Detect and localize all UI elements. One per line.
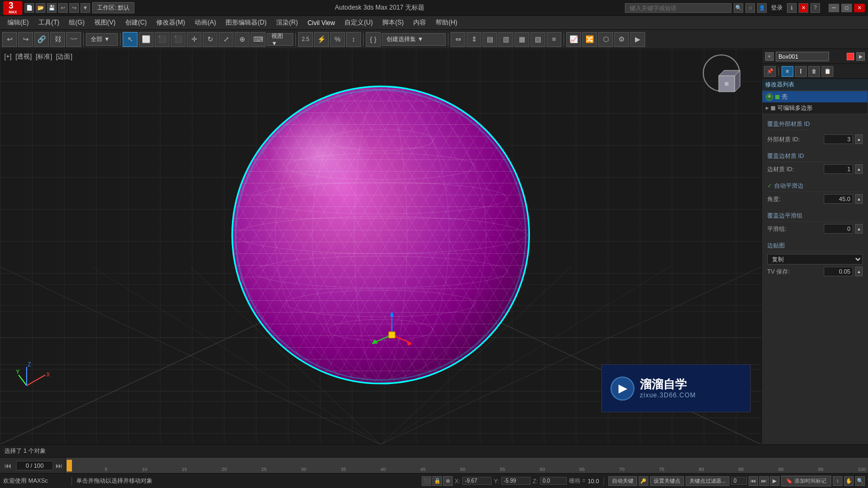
- maximize-button[interactable]: □: [841, 4, 852, 12]
- quick-render[interactable]: ▶: [630, 32, 645, 47]
- menu-civil-view[interactable]: Civil View: [303, 18, 340, 28]
- timeline-scrubber[interactable]: 0 5 10 15 20 25 30 35 40 45 50 55 60 65 …: [65, 458, 868, 473]
- render-setup[interactable]: ⚙: [614, 32, 629, 47]
- selection-filter-dropdown[interactable]: 全部 ▼: [86, 33, 118, 46]
- search-input[interactable]: [625, 3, 732, 13]
- smooth-group-spinner[interactable]: ▲: [855, 224, 863, 234]
- add-time-tag-btn[interactable]: 🔖 添加时间标记: [781, 476, 831, 486]
- rotate-tool[interactable]: ↻: [203, 32, 218, 47]
- expand-panel-icon[interactable]: ▶: [856, 52, 865, 61]
- workspace-selector[interactable]: 工作区: 默认: [92, 2, 134, 13]
- close-button[interactable]: ✕: [854, 4, 865, 12]
- select-region-fence[interactable]: ⬛: [171, 32, 186, 47]
- align-view[interactable]: ▤: [483, 32, 497, 47]
- open-icon[interactable]: 📂: [36, 3, 45, 13]
- align-tool[interactable]: ⇕: [467, 32, 481, 47]
- zoom-mode-icon[interactable]: 🔍: [855, 476, 865, 486]
- menu-view[interactable]: 视图(V): [90, 17, 120, 28]
- bookmark-icon[interactable]: ☆: [745, 3, 755, 13]
- copy-modifier-btn[interactable]: 📋: [822, 66, 833, 77]
- unlink-btn[interactable]: ⛓: [50, 32, 65, 47]
- viewport-3d[interactable]: [+] [透视] [标准] [边面]: [0, 49, 761, 444]
- normal-align[interactable]: ▥: [499, 32, 513, 47]
- coord-lock-icon[interactable]: ⬛: [422, 476, 431, 486]
- more-icon[interactable]: ▼: [81, 3, 90, 13]
- layer-manager[interactable]: ≡: [546, 32, 561, 47]
- angle-snap[interactable]: ⚡: [314, 32, 329, 47]
- move-mode-icon[interactable]: ↕: [833, 476, 842, 486]
- z-coord-input[interactable]: [540, 477, 567, 485]
- menu-tools[interactable]: 工具(T): [34, 17, 63, 28]
- coord-mode-icon[interactable]: 🔒: [432, 476, 442, 486]
- sphere-object[interactable]: [231, 85, 530, 384]
- link-btn[interactable]: 🔗: [34, 32, 49, 47]
- menu-create[interactable]: 创建(C): [121, 17, 151, 28]
- menu-custom[interactable]: 自定义(U): [340, 17, 377, 28]
- menu-animate[interactable]: 动画(A): [190, 17, 220, 28]
- material-editor[interactable]: ⬡: [598, 32, 613, 47]
- place-highlight[interactable]: ▦: [515, 32, 529, 47]
- key-filter-btn[interactable]: 关键点过滤器...: [686, 476, 729, 486]
- search-icon[interactable]: 🔍: [734, 3, 743, 13]
- close-app-icon[interactable]: ✕: [799, 3, 808, 13]
- y-coord-input[interactable]: [501, 477, 531, 485]
- modifier-stack-btn[interactable]: I: [795, 66, 807, 77]
- vp-edge-label[interactable]: [边面]: [56, 53, 73, 60]
- redo-btn[interactable]: ↪: [18, 32, 33, 47]
- outer-mat-spinner-up[interactable]: ▲: [855, 134, 863, 144]
- edit-named-selections[interactable]: { }: [366, 32, 381, 47]
- set-key-icon[interactable]: 🔑: [639, 476, 648, 486]
- select-region-circ[interactable]: ⬛: [155, 32, 170, 47]
- schematic-view[interactable]: 🔀: [582, 32, 597, 47]
- select-move-uniform[interactable]: ⤢: [219, 32, 234, 47]
- user-icon[interactable]: 👤: [757, 3, 767, 13]
- menu-script[interactable]: 脚本(S): [378, 17, 408, 28]
- edge-map-dropdown[interactable]: 复制: [767, 254, 863, 265]
- mirror-tool[interactable]: ⇔: [451, 32, 465, 47]
- add-modifier-icon[interactable]: +: [765, 52, 774, 61]
- nav-cube[interactable]: 前: [708, 60, 745, 97]
- redo-icon[interactable]: ↪: [69, 3, 79, 13]
- tv-value[interactable]: 0.05: [824, 267, 853, 276]
- info-icon[interactable]: ℹ: [787, 3, 797, 13]
- play-next-btn[interactable]: ⏭: [53, 460, 65, 471]
- menu-render[interactable]: 渲染(R): [272, 17, 302, 28]
- select-region-rect[interactable]: ⬜: [139, 32, 154, 47]
- pin-btn[interactable]: 📌: [764, 66, 776, 77]
- use-pivot[interactable]: ⊕: [235, 32, 250, 47]
- visibility-icon-shell[interactable]: 👁: [766, 93, 773, 101]
- vp-plus-icon[interactable]: [+]: [4, 53, 12, 60]
- menu-modifier[interactable]: 修改器(M): [152, 17, 189, 28]
- object-name-input[interactable]: [776, 52, 829, 61]
- outer-mat-value[interactable]: 3: [824, 134, 853, 144]
- view-dropdown[interactable]: 视图 ▼: [267, 33, 293, 46]
- set-key-btn[interactable]: 设置关键点: [650, 476, 684, 486]
- angle-value[interactable]: 45.0: [824, 194, 853, 204]
- x-coord-input[interactable]: [462, 477, 492, 485]
- spinner-snap[interactable]: ↕: [346, 32, 361, 47]
- keyboard-shortcut[interactable]: ⌨: [251, 32, 266, 47]
- percent-snap[interactable]: %: [330, 32, 345, 47]
- snap-2d[interactable]: 2.5: [298, 32, 313, 47]
- named-selection-dropdown[interactable]: 创建选择集 ▼: [382, 33, 446, 46]
- play-prev-btn[interactable]: ⏮: [2, 460, 14, 471]
- undo-icon[interactable]: ↩: [58, 3, 68, 13]
- modifier-shell[interactable]: 👁 壳: [762, 91, 867, 102]
- select-tool[interactable]: ↖: [123, 32, 138, 47]
- next-key-btn[interactable]: ⏭: [759, 476, 769, 486]
- move-tool[interactable]: ✛: [187, 32, 202, 47]
- menu-graph[interactable]: 图形编辑器(D): [221, 17, 271, 28]
- pan-mode-icon[interactable]: ✋: [844, 476, 854, 486]
- modifier-epoly[interactable]: ▶ 可编辑多边形: [762, 102, 867, 114]
- coord-ref-icon[interactable]: ⊕: [443, 476, 453, 486]
- vp-shading-label[interactable]: [标准]: [36, 53, 52, 60]
- keyframe-input[interactable]: [731, 477, 747, 485]
- smooth-group-value[interactable]: 0: [824, 224, 853, 234]
- help-icon[interactable]: ?: [810, 3, 820, 13]
- edge-mat-value[interactable]: 1: [824, 164, 853, 174]
- new-icon[interactable]: 📄: [25, 3, 34, 13]
- angle-spinner-up[interactable]: ▲: [855, 194, 863, 204]
- delete-modifier-btn[interactable]: 🗑: [808, 66, 820, 77]
- align-camera[interactable]: ▧: [531, 32, 545, 47]
- timeline-frame-marker[interactable]: [67, 460, 72, 471]
